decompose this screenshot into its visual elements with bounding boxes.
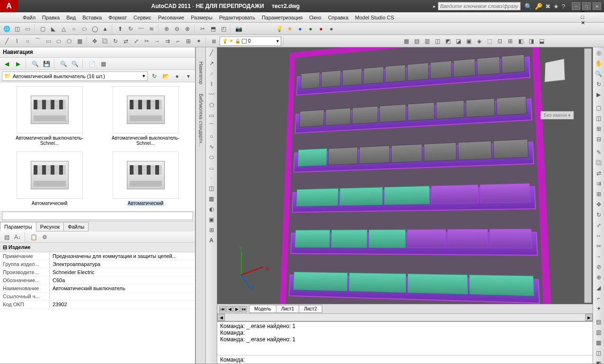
rt-extra2-icon[interactable]: ▥ xyxy=(594,328,604,337)
loft-icon[interactable]: ≋ xyxy=(147,24,156,34)
pline-icon[interactable]: ⌇ xyxy=(207,80,216,89)
vp-single-icon[interactable]: ▢ xyxy=(594,103,604,113)
shadow-icon[interactable]: ● xyxy=(306,24,315,34)
array2-icon[interactable]: ⊞ xyxy=(594,189,604,199)
line2-icon[interactable]: ╱ xyxy=(207,48,216,58)
ucs-world-icon[interactable]: 🌐 xyxy=(2,24,11,34)
arc2-icon[interactable]: ⌒ xyxy=(207,121,216,131)
zoom-icon[interactable]: 🔍 xyxy=(594,69,604,79)
ms-tool-9-icon[interactable]: ⬚ xyxy=(485,36,494,46)
menu-help[interactable]: Справка xyxy=(328,15,348,20)
explode-icon[interactable]: ✦ xyxy=(194,36,204,46)
nav-filter1-icon[interactable]: 🔍 xyxy=(59,59,68,69)
torus-icon[interactable]: ◯ xyxy=(90,24,99,34)
slice-icon[interactable]: ✂ xyxy=(198,24,207,34)
light-bulb-icon[interactable]: 💡 xyxy=(275,24,284,34)
revolve-icon[interactable]: ↻ xyxy=(126,24,135,34)
prop-val[interactable]: Предназначены для коммутации и защиты це… xyxy=(50,252,195,260)
infocenter-arrow-icon[interactable]: ▸ xyxy=(433,3,436,9)
sun-icon[interactable]: ☀ xyxy=(285,24,294,34)
viewcube[interactable] xyxy=(541,57,569,85)
rt-extra1-icon[interactable]: ▤ xyxy=(594,317,604,327)
menu-tools[interactable]: Сервис xyxy=(133,15,151,20)
binoculars-icon[interactable]: 🔍 xyxy=(524,3,532,10)
spline-icon[interactable]: ∿ xyxy=(207,142,216,151)
vp-two-icon[interactable]: ◫ xyxy=(594,114,604,123)
rt-extra5-icon[interactable]: ◩ xyxy=(594,359,604,364)
ms-tool-13-icon[interactable]: ◨ xyxy=(526,36,536,46)
thumb-item[interactable]: Автоматический xyxy=(100,151,191,207)
vp-four-icon[interactable]: ⊟ xyxy=(594,134,604,144)
viewport[interactable]: Y X Z Без имени ▾ xyxy=(217,47,593,304)
explode2-icon[interactable]: ✦ xyxy=(594,304,604,313)
offset-icon[interactable]: ⇉ xyxy=(163,36,172,46)
text-icon[interactable]: A xyxy=(207,236,216,245)
prop-section[interactable]: Изделие xyxy=(0,243,195,252)
prop-val[interactable] xyxy=(50,293,195,300)
break-icon[interactable]: ⊘ xyxy=(594,262,604,272)
mirror-icon[interactable]: ⇄ xyxy=(121,36,131,46)
rt-extra3-icon[interactable]: ▦ xyxy=(594,338,604,347)
nav-up-icon[interactable]: 📂 xyxy=(161,71,170,81)
scroll-left-icon[interactable]: ◀ xyxy=(217,314,225,321)
fillet-icon[interactable]: ⌐ xyxy=(173,36,183,46)
ms-tool-5-icon[interactable]: ◩ xyxy=(443,36,453,46)
menu-modelstudio[interactable]: Model Studio CS xyxy=(355,15,394,20)
ms-tool-3-icon[interactable]: ▥ xyxy=(422,36,432,46)
menu-modify[interactable]: Редактировать xyxy=(219,15,255,20)
menu-file[interactable]: Файл xyxy=(23,15,36,20)
prop-row[interactable]: НаименованиеАвтоматический выключатель xyxy=(0,284,195,293)
prop-row[interactable]: Обозначение...C60a xyxy=(0,276,195,284)
copy2-icon[interactable]: ⿻ xyxy=(594,158,604,168)
material-icon[interactable]: ● xyxy=(316,24,326,34)
polyline-icon[interactable]: ⌇ xyxy=(12,36,22,46)
menu-view[interactable]: Вид xyxy=(66,15,76,20)
nav-menu-icon[interactable]: ▾ xyxy=(184,71,193,81)
prop-val[interactable]: 23902 xyxy=(50,301,195,308)
prop-tool3-icon[interactable]: 📋 xyxy=(29,232,38,242)
fillet2-icon[interactable]: ⌐ xyxy=(594,293,604,303)
extend-icon[interactable]: → xyxy=(152,36,162,46)
menu-draw[interactable]: Рисование xyxy=(158,15,184,20)
ellipse2-icon[interactable]: ⬭ xyxy=(207,152,216,162)
point-icon[interactable]: · xyxy=(207,173,216,183)
prop-tool4-icon[interactable]: ⚙ xyxy=(40,232,49,242)
move2-icon[interactable]: ✥ xyxy=(594,200,604,209)
copy-icon[interactable]: ⿻ xyxy=(100,36,110,46)
tab-last-icon[interactable]: ⏭ xyxy=(240,306,247,312)
menu-parametric[interactable]: Параметризация xyxy=(262,15,302,20)
polygon-icon[interactable]: ⬠ xyxy=(64,36,74,46)
line-icon[interactable]: ╱ xyxy=(2,36,11,46)
layout-tab-2[interactable]: Лист2 xyxy=(299,305,322,313)
rotate-icon[interactable]: ↻ xyxy=(111,36,120,46)
thumb-item[interactable]: Автоматический xyxy=(4,151,95,207)
sky-icon[interactable]: ● xyxy=(295,24,305,34)
ray-icon[interactable]: ↗ xyxy=(207,59,216,68)
cylinder-icon[interactable]: ⬭ xyxy=(80,24,89,34)
prop-cat-icon[interactable]: ▤ xyxy=(2,232,11,242)
tab-prev-icon[interactable]: ◀ xyxy=(226,306,233,312)
ms-tool-2-icon[interactable]: ▤ xyxy=(412,36,421,46)
layout-tab-1[interactable]: Лист1 xyxy=(276,305,299,313)
layout-tab-model[interactable]: Модель xyxy=(249,305,276,313)
minimize-button[interactable]: ─ xyxy=(572,2,580,10)
nav-fwd-icon[interactable]: ▶ xyxy=(13,59,23,69)
wheel-icon[interactable]: ◎ xyxy=(594,48,604,58)
chamfer-icon[interactable]: ◢ xyxy=(594,283,604,293)
tab-image[interactable]: Рисунок xyxy=(36,222,64,231)
section-icon[interactable]: ⬒ xyxy=(208,24,218,34)
shell-icon[interactable]: ◰ xyxy=(219,24,228,34)
orbit-icon[interactable]: ↻ xyxy=(594,80,604,89)
ellipse-icon[interactable]: ⬭ xyxy=(54,36,63,46)
exchange-icon[interactable]: ✖ xyxy=(545,3,551,10)
ms-tool-6-icon[interactable]: ◪ xyxy=(453,36,463,46)
layer-mgr-icon[interactable]: ≣ xyxy=(209,36,219,46)
rect2-icon[interactable]: ▭ xyxy=(207,111,216,120)
pan-icon[interactable]: ✋ xyxy=(594,59,604,68)
mirror2-icon[interactable]: ⇄ xyxy=(594,169,604,178)
xline-icon[interactable]: ⟋ xyxy=(207,69,216,79)
block-icon[interactable]: ◫ xyxy=(207,184,216,193)
side-tab-navigator[interactable]: Навигатор xyxy=(197,57,204,89)
render-icon[interactable]: 📷 xyxy=(234,24,243,34)
menu-edit[interactable]: Правка xyxy=(42,15,60,20)
